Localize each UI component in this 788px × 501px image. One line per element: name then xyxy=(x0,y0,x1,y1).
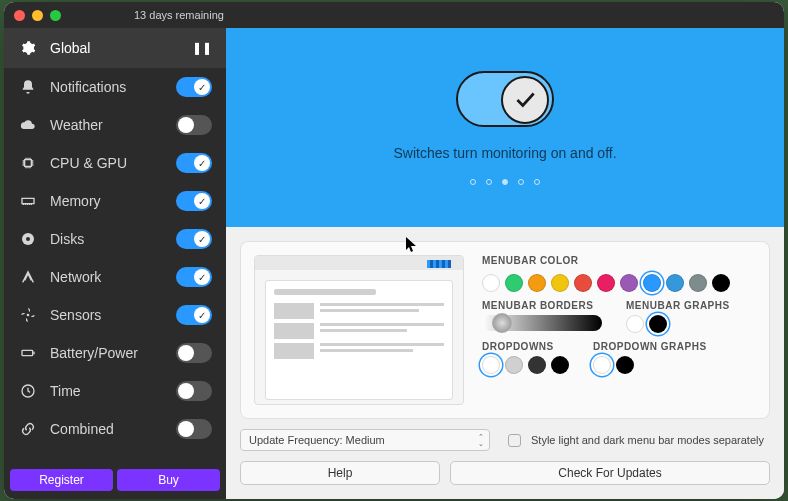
cpu-gpu-toggle[interactable]: ✓ xyxy=(176,153,212,173)
color-swatch[interactable] xyxy=(551,356,569,374)
color-swatch[interactable] xyxy=(649,315,667,333)
check-updates-button[interactable]: Check For Updates xyxy=(450,461,770,485)
sidebar-item-cpu-gpu[interactable]: CPU & GPU ✓ xyxy=(4,144,226,182)
hero-caption: Switches turn monitoring on and off. xyxy=(393,145,616,161)
sidebar-label: Memory xyxy=(50,193,176,209)
weather-toggle[interactable] xyxy=(176,115,212,135)
help-button[interactable]: Help xyxy=(240,461,440,485)
fan-icon xyxy=(18,307,38,323)
trial-days-label: 13 days remaining xyxy=(134,9,224,21)
content-pane: Switches turn monitoring on and off. xyxy=(226,28,784,499)
menubar-preview xyxy=(254,255,464,405)
color-swatch[interactable] xyxy=(620,274,638,292)
update-frequency-value: Update Frequency: Medium xyxy=(249,434,385,446)
color-swatch[interactable] xyxy=(626,315,644,333)
color-swatch[interactable] xyxy=(712,274,730,292)
sidebar: Global ❚❚ Notifications ✓ Weather CPU & … xyxy=(4,28,226,499)
memory-toggle[interactable]: ✓ xyxy=(176,191,212,211)
notifications-toggle[interactable]: ✓ xyxy=(176,77,212,97)
cloud-icon xyxy=(18,117,38,133)
gear-icon xyxy=(18,40,38,56)
color-swatch[interactable] xyxy=(574,274,592,292)
svg-point-2 xyxy=(27,314,30,317)
sidebar-item-time[interactable]: Time xyxy=(4,372,226,410)
menubar-graphs-label: MENUBAR GRAPHS xyxy=(626,300,730,311)
style-separately-checkbox[interactable] xyxy=(508,434,521,447)
sidebar-label: Combined xyxy=(50,421,176,437)
sidebar-label: Sensors xyxy=(50,307,176,323)
sidebar-label: Battery/Power xyxy=(50,345,176,361)
color-swatch[interactable] xyxy=(597,274,615,292)
close-button[interactable] xyxy=(14,10,25,21)
menubar-graphs-swatches[interactable] xyxy=(626,315,730,333)
style-separately-label: Style light and dark menu bar modes sepa… xyxy=(531,434,764,446)
combined-toggle[interactable] xyxy=(176,419,212,439)
dropdowns-label: DROPDOWNS xyxy=(482,341,569,352)
svg-rect-4 xyxy=(33,352,34,355)
zoom-button[interactable] xyxy=(50,10,61,21)
battery-icon xyxy=(18,345,38,361)
update-frequency-select[interactable]: Update Frequency: Medium xyxy=(240,429,490,451)
buy-button[interactable]: Buy xyxy=(117,469,220,491)
menubar-color-swatches[interactable] xyxy=(482,274,756,292)
color-swatch[interactable] xyxy=(528,356,546,374)
color-swatch[interactable] xyxy=(505,274,523,292)
menubar-color-label: MENUBAR COLOR xyxy=(482,255,756,266)
dropdown-graphs-swatches[interactable] xyxy=(593,356,707,374)
color-swatch[interactable] xyxy=(505,356,523,374)
sidebar-item-memory[interactable]: Memory ✓ xyxy=(4,182,226,220)
sidebar-label: Network xyxy=(50,269,176,285)
memory-icon xyxy=(18,193,38,209)
sidebar-item-global[interactable]: Global ❚❚ xyxy=(4,28,226,68)
bell-icon xyxy=(18,79,38,95)
link-icon xyxy=(18,421,38,437)
sensors-toggle[interactable]: ✓ xyxy=(176,305,212,325)
svg-point-1 xyxy=(26,237,30,241)
time-toggle[interactable] xyxy=(176,381,212,401)
register-button[interactable]: Register xyxy=(10,469,113,491)
hero-page-dots[interactable] xyxy=(470,179,540,185)
titlebar: 13 days remaining xyxy=(4,2,784,28)
network-icon xyxy=(18,269,38,285)
color-swatch[interactable] xyxy=(482,356,500,374)
color-swatch[interactable] xyxy=(689,274,707,292)
menubar-borders-slider[interactable] xyxy=(482,315,602,331)
sidebar-label: CPU & GPU xyxy=(50,155,176,171)
color-swatch[interactable] xyxy=(616,356,634,374)
chip-icon xyxy=(18,155,38,171)
menubar-borders-label: MENUBAR BORDERS xyxy=(482,300,602,311)
pause-icon[interactable]: ❚❚ xyxy=(192,41,212,55)
sidebar-item-sensors[interactable]: Sensors ✓ xyxy=(4,296,226,334)
network-toggle[interactable]: ✓ xyxy=(176,267,212,287)
sidebar-item-notifications[interactable]: Notifications ✓ xyxy=(4,68,226,106)
color-swatch[interactable] xyxy=(666,274,684,292)
color-swatch[interactable] xyxy=(551,274,569,292)
hero-switch-illustration xyxy=(456,71,554,127)
minimize-button[interactable] xyxy=(32,10,43,21)
color-swatch[interactable] xyxy=(643,274,661,292)
disk-icon xyxy=(18,231,38,247)
dropdowns-swatches[interactable] xyxy=(482,356,569,374)
sidebar-label: Disks xyxy=(50,231,176,247)
sidebar-item-battery-power[interactable]: Battery/Power xyxy=(4,334,226,372)
cursor-icon xyxy=(406,237,418,253)
dropdown-graphs-label: DROPDOWN GRAPHS xyxy=(593,341,707,352)
app-window: 13 days remaining Global ❚❚ Notification… xyxy=(4,2,784,499)
sidebar-item-disks[interactable]: Disks ✓ xyxy=(4,220,226,258)
svg-rect-3 xyxy=(22,350,33,355)
disks-toggle[interactable]: ✓ xyxy=(176,229,212,249)
sidebar-label: Weather xyxy=(50,117,176,133)
sidebar-label: Global xyxy=(50,40,192,56)
sidebar-item-combined[interactable]: Combined xyxy=(4,410,226,448)
traffic-lights xyxy=(14,10,61,21)
color-swatch[interactable] xyxy=(482,274,500,292)
sidebar-item-network[interactable]: Network ✓ xyxy=(4,258,226,296)
color-swatch[interactable] xyxy=(528,274,546,292)
sidebar-label: Notifications xyxy=(50,79,176,95)
hero-banner: Switches turn monitoring on and off. xyxy=(226,28,784,227)
sidebar-label: Time xyxy=(50,383,176,399)
color-swatch[interactable] xyxy=(593,356,611,374)
battery-power-toggle[interactable] xyxy=(176,343,212,363)
sidebar-item-weather[interactable]: Weather xyxy=(4,106,226,144)
clock-icon xyxy=(18,383,38,399)
